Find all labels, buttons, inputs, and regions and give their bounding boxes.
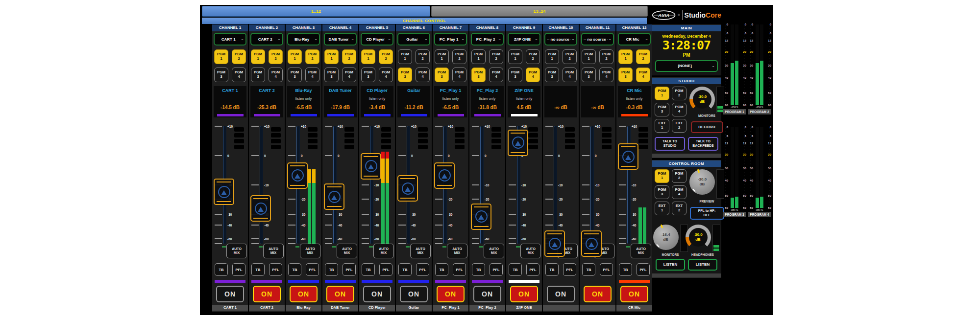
- automix-button[interactable]: AUTO MIX: [631, 244, 651, 258]
- tb-button[interactable]: TB: [398, 263, 412, 276]
- pgm-3-button[interactable]: PGM 3: [545, 68, 559, 82]
- studio-ext-1-button[interactable]: EXT 1: [655, 119, 669, 133]
- pgm-2-button[interactable]: PGM 2: [379, 49, 393, 64]
- pgm-3-button[interactable]: PGM 3: [471, 68, 486, 82]
- fader-handle[interactable]: [618, 143, 638, 170]
- source-select[interactable]: DAB Tuner⌄: [324, 33, 357, 45]
- automix-button[interactable]: AUTO MIX: [337, 244, 357, 258]
- automix-button[interactable]: AUTO MIX: [520, 244, 541, 258]
- automix-button[interactable]: AUTO MIX: [300, 244, 320, 258]
- pgm-2-button[interactable]: PGM 2: [526, 49, 540, 64]
- pgm-1-button[interactable]: PGM 1: [214, 49, 228, 64]
- pgm-4-button[interactable]: PGM 4: [636, 68, 650, 82]
- pgm-1-button[interactable]: PGM 1: [435, 49, 449, 64]
- channel-on-button[interactable]: ON: [437, 286, 465, 302]
- tb-button[interactable]: TB: [362, 263, 375, 276]
- source-select[interactable]: CR Mic⌄: [618, 33, 651, 45]
- pfl-button[interactable]: PFL: [526, 263, 539, 276]
- pfl-button[interactable]: PFL: [563, 263, 576, 276]
- fader-handle[interactable]: [214, 179, 234, 205]
- pgm-3-button[interactable]: PGM 3: [618, 68, 633, 82]
- automix-button[interactable]: AUTO MIX: [226, 244, 247, 258]
- pgm-2-button[interactable]: PGM 2: [269, 49, 283, 64]
- pgm-3-button[interactable]: PGM 3: [324, 68, 339, 82]
- automix-button[interactable]: AUTO MIX: [410, 244, 431, 258]
- pgm-3-button[interactable]: PGM 3: [508, 68, 522, 82]
- pfl-button[interactable]: PFL: [600, 263, 613, 276]
- studio-pgm-1-button[interactable]: PGM 1: [655, 87, 669, 100]
- pgm-1-button[interactable]: PGM 1: [398, 49, 412, 64]
- fader-handle[interactable]: [544, 230, 565, 257]
- talk-to-backfeeds-button[interactable]: TALK TO BACKFEEDS: [688, 137, 718, 151]
- pgm-1-button[interactable]: PGM 1: [471, 49, 486, 64]
- pgm-4-button[interactable]: PGM 4: [342, 68, 356, 82]
- source-select[interactable]: CART 1⌄: [214, 33, 246, 45]
- pgm-2-button[interactable]: PGM 2: [636, 49, 650, 64]
- tb-button[interactable]: TB: [251, 263, 265, 276]
- studio-pgm-4-button[interactable]: PGM 4: [672, 103, 686, 116]
- pgm-4-button[interactable]: PGM 4: [563, 68, 577, 82]
- pgm-3-button[interactable]: PGM 3: [251, 68, 265, 82]
- pfl-button[interactable]: PFL: [490, 263, 503, 276]
- pgm-3-button[interactable]: PGM 3: [398, 68, 412, 82]
- fader-handle[interactable]: [397, 175, 418, 202]
- cr-pgm-2-button[interactable]: PGM 2: [672, 169, 686, 183]
- fader-handle[interactable]: [287, 162, 308, 189]
- tb-button[interactable]: TB: [545, 263, 559, 276]
- pfl-button[interactable]: PFL: [269, 263, 282, 276]
- automix-button[interactable]: AUTO MIX: [484, 244, 504, 258]
- source-select[interactable]: PC_Play 2⌄: [471, 33, 504, 45]
- preview-knob[interactable]: -30.0dB: [689, 169, 715, 195]
- pgm-2-button[interactable]: PGM 2: [599, 49, 613, 64]
- channel-on-button[interactable]: ON: [547, 286, 575, 302]
- pfl-button[interactable]: PFL: [343, 263, 356, 276]
- pgm-1-button[interactable]: PGM 1: [508, 49, 522, 64]
- pfl-button[interactable]: PFL: [416, 263, 429, 276]
- pgm-4-button[interactable]: PGM 4: [452, 68, 466, 82]
- pgm-1-button[interactable]: PGM 1: [618, 49, 633, 64]
- tb-button[interactable]: TB: [325, 263, 338, 276]
- pgm-1-button[interactable]: PGM 1: [288, 49, 302, 64]
- tb-button[interactable]: TB: [619, 263, 632, 276]
- cr-pgm-1-button[interactable]: PGM 1: [655, 169, 669, 183]
- pgm-4-button[interactable]: PGM 4: [416, 68, 430, 82]
- source-select[interactable]: -- no source --⌄: [544, 33, 577, 45]
- cr-pgm-3-button[interactable]: PGM 3: [655, 185, 669, 199]
- pgm-3-button[interactable]: PGM 3: [288, 68, 302, 82]
- monitors-listen-button[interactable]: LISTEN: [656, 259, 685, 271]
- fader-handle[interactable]: [250, 195, 271, 222]
- pgm-3-button[interactable]: PGM 3: [582, 68, 596, 82]
- tb-button[interactable]: TB: [472, 263, 485, 276]
- fader-handle[interactable]: [471, 204, 491, 230]
- pfl-button[interactable]: PFL: [637, 263, 650, 276]
- pfl-button[interactable]: PFL: [232, 263, 245, 276]
- channel-on-button[interactable]: ON: [363, 286, 391, 302]
- source-select[interactable]: CART 2⌄: [250, 33, 283, 45]
- pgm-4-button[interactable]: PGM 4: [232, 68, 246, 82]
- automix-button[interactable]: AUTO MIX: [263, 244, 284, 258]
- pgm-2-button[interactable]: PGM 2: [416, 49, 430, 64]
- record-button[interactable]: RECORD: [691, 121, 723, 133]
- fader-handle[interactable]: [508, 130, 528, 156]
- pgm-4-button[interactable]: PGM 4: [526, 68, 540, 82]
- pgm-3-button[interactable]: PGM 3: [435, 68, 449, 82]
- pgm-4-button[interactable]: PGM 4: [489, 68, 503, 82]
- pfl-button[interactable]: PFL: [453, 263, 466, 276]
- tb-button[interactable]: TB: [582, 263, 595, 276]
- talk-to-studio-button[interactable]: TALK TO STUDIO: [655, 137, 685, 151]
- source-select[interactable]: CD Player⌄: [361, 33, 393, 45]
- tab-channels-13-24[interactable]: 13..24: [431, 6, 648, 17]
- pfl-to-hp-button[interactable]: PFL to HP: OFF: [690, 207, 724, 220]
- automix-button[interactable]: AUTO MIX: [447, 244, 467, 258]
- studio-pgm-2-button[interactable]: PGM 2: [672, 87, 686, 100]
- pgm-1-button[interactable]: PGM 1: [545, 49, 559, 64]
- pgm-1-button[interactable]: PGM 1: [582, 49, 596, 64]
- pgm-2-button[interactable]: PGM 2: [342, 49, 356, 64]
- tb-button[interactable]: TB: [215, 263, 228, 276]
- fader-handle[interactable]: [434, 162, 455, 189]
- channel-on-button[interactable]: ON: [510, 286, 538, 302]
- studio-ext-2-button[interactable]: EXT 2: [672, 119, 686, 133]
- pgm-2-button[interactable]: PGM 2: [452, 49, 466, 64]
- pgm-3-button[interactable]: PGM 3: [214, 68, 228, 82]
- studio-monitors-knob[interactable]: -30.0dB: [689, 87, 715, 112]
